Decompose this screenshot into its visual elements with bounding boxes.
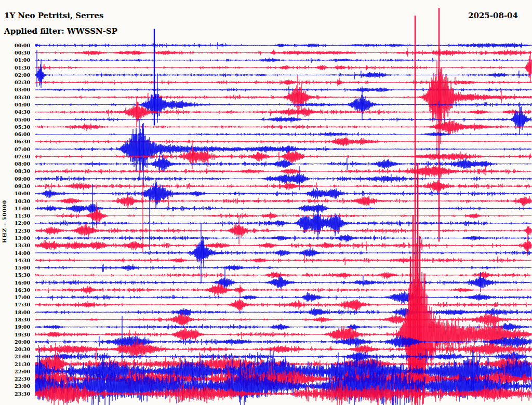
seismogram-plot xyxy=(0,0,532,405)
trace-05:30 xyxy=(35,118,531,134)
trace-06:30 xyxy=(35,137,531,146)
trace-03:30 xyxy=(35,68,531,126)
trace-06:00 xyxy=(35,132,531,137)
trace-15:00 xyxy=(35,264,531,272)
trace-01:00 xyxy=(35,58,531,63)
trace-01:30 xyxy=(35,56,531,77)
trace-00:00 xyxy=(35,42,531,49)
trace-15:30 xyxy=(35,272,531,279)
trace-10:00 xyxy=(35,182,531,205)
trace-17:00 xyxy=(35,291,531,304)
trace-12:30 xyxy=(35,223,531,238)
trace-17:30 xyxy=(35,299,531,312)
trace-16:00 xyxy=(35,275,531,290)
trace-13:00 xyxy=(35,235,531,242)
trace-10:30 xyxy=(35,194,531,208)
trace-11:00 xyxy=(35,204,531,213)
trace-09:30 xyxy=(35,180,531,192)
trace-14:30 xyxy=(35,254,531,265)
trace-09:00 xyxy=(35,173,531,184)
trace-00:30 xyxy=(35,48,531,57)
trace-02:30 xyxy=(35,77,531,86)
trace-16:30 xyxy=(35,283,531,297)
helicorder-page: 1Y Neo Petritsi, Serres Applied filter: … xyxy=(0,0,532,405)
trace-03:00 xyxy=(35,86,531,94)
trace-08:30 xyxy=(35,165,531,178)
trace-12:00 xyxy=(35,211,531,236)
trace-18:30 xyxy=(35,313,531,327)
trace-18:00 xyxy=(35,307,531,317)
trace-11:30 xyxy=(35,209,531,223)
